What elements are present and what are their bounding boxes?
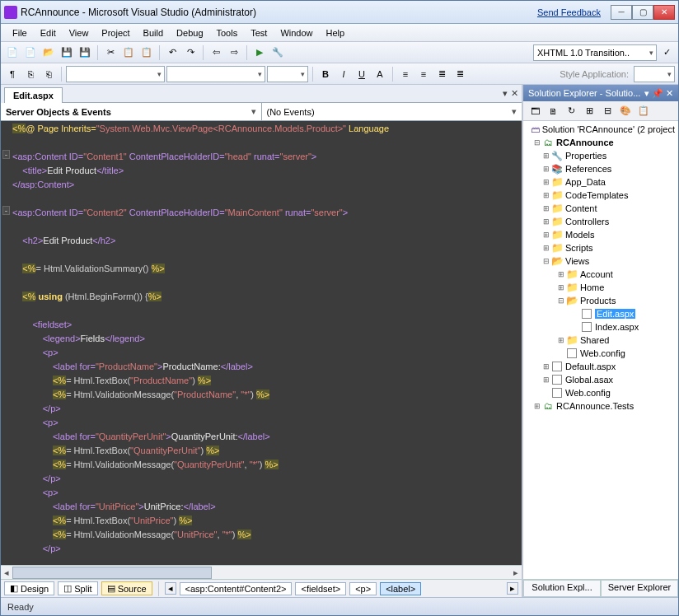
italic-icon[interactable]: I xyxy=(335,66,352,82)
tab-solution-explorer[interactable]: Solution Expl... xyxy=(523,580,601,597)
maximize-button[interactable]: ▢ xyxy=(632,5,653,20)
app-icon xyxy=(4,6,17,19)
folder-icon: 📁 xyxy=(565,268,578,280)
folder-icon: 📁 xyxy=(565,282,578,293)
properties-icon: 🔧 xyxy=(550,150,564,161)
minimize-button[interactable]: ─ xyxy=(611,5,632,20)
cut-icon[interactable]: ✂ xyxy=(102,44,119,61)
add-item-icon[interactable]: 📄 xyxy=(22,44,39,61)
format-icon[interactable]: ¶ xyxy=(4,66,21,82)
nest-icon[interactable]: ⊞ xyxy=(581,103,597,119)
asax-file-icon xyxy=(550,374,564,385)
outline-toggle[interactable]: - xyxy=(2,206,10,215)
tab-edit-aspx[interactable]: Edit.aspx xyxy=(4,87,63,103)
undo-icon[interactable]: ↶ xyxy=(164,44,180,61)
menu-view[interactable]: View xyxy=(63,26,96,40)
open-icon[interactable]: 📂 xyxy=(40,44,57,61)
outline-toggle[interactable]: - xyxy=(2,150,10,159)
comment-icon[interactable]: ⎘ xyxy=(22,66,39,82)
save-icon[interactable]: 💾 xyxy=(59,44,75,61)
menu-window[interactable]: Window xyxy=(274,26,319,40)
breadcrumb[interactable]: <p> xyxy=(349,582,377,595)
folder-icon: 📁 xyxy=(550,216,564,227)
start-debug-icon[interactable]: ▶ xyxy=(251,44,268,61)
menu-test[interactable]: Test xyxy=(244,26,274,40)
folder-icon: 📁 xyxy=(550,203,564,214)
folder-icon: 📁 xyxy=(550,189,564,201)
tab-close-icon[interactable]: ✕ xyxy=(511,88,518,99)
view-code-icon[interactable]: ⊟ xyxy=(599,103,616,119)
folder-icon: 📁 xyxy=(550,242,564,254)
source-view-button[interactable]: ▤ Source xyxy=(101,581,152,595)
close-button[interactable]: ✕ xyxy=(653,5,675,20)
solution-tree[interactable]: 🗃Solution 'RCAnnounce' (2 project ⊟🗂RCAn… xyxy=(523,121,678,579)
design-view-button[interactable]: ◧ Design xyxy=(4,581,54,595)
numlist-icon[interactable]: ≣ xyxy=(452,66,468,82)
menu-project[interactable]: Project xyxy=(95,26,136,40)
menu-tools[interactable]: Tools xyxy=(210,26,245,40)
fontcolor-icon[interactable]: A xyxy=(372,66,388,82)
align-left-icon[interactable]: ≡ xyxy=(397,66,414,82)
pin-icon[interactable]: 📌 xyxy=(652,88,663,99)
menubar: File Edit View Project Build Debug Tools… xyxy=(1,24,678,42)
solution-explorer-title: Solution Explorer - Solutio... ▾ 📌 ✕ xyxy=(523,85,678,101)
nav-fwd-icon[interactable]: ⇨ xyxy=(226,44,242,61)
crumb-nav-right-icon[interactable]: ▸ xyxy=(507,582,518,595)
send-feedback-link[interactable]: Send Feedback xyxy=(537,7,601,17)
menu-file[interactable]: File xyxy=(6,26,34,40)
references-icon: 📚 xyxy=(550,163,564,175)
config-file-icon xyxy=(550,387,564,399)
code-editor[interactable]: <%@ Page Inherits="System.Web.Mvc.ViewPa… xyxy=(1,121,522,565)
panel-close-icon[interactable]: ✕ xyxy=(666,88,673,99)
menu-debug[interactable]: Debug xyxy=(170,26,209,40)
nav-back-icon[interactable]: ⇦ xyxy=(208,44,224,61)
style-app-combo[interactable] xyxy=(634,66,675,82)
save-all-icon[interactable]: 💾 xyxy=(77,44,93,61)
toolbox-icon[interactable]: 🔧 xyxy=(269,44,286,61)
breadcrumb[interactable]: <asp:Content#Content2> xyxy=(180,582,293,595)
folder-icon: 📁 xyxy=(565,334,578,346)
validate-icon[interactable]: ✓ xyxy=(658,44,675,61)
horizontal-scrollbar[interactable]: ◂ ▸ xyxy=(1,565,522,579)
status-text: Ready xyxy=(7,602,34,612)
events-dropdown[interactable]: (No Events) xyxy=(262,103,522,120)
doctype-combo[interactable]: XHTML 1.0 Transition.. xyxy=(533,44,657,61)
folder-icon: 📂 xyxy=(550,255,564,267)
new-project-icon[interactable]: 📄 xyxy=(4,44,21,61)
dropdown-icon[interactable]: ▾ xyxy=(644,88,649,99)
menu-build[interactable]: Build xyxy=(137,26,170,40)
folder-icon: 📁 xyxy=(550,176,564,188)
paste-icon[interactable]: 📋 xyxy=(138,44,155,61)
tab-dropdown-icon[interactable]: ▾ xyxy=(503,88,508,99)
objects-dropdown[interactable]: Server Objects & Events xyxy=(1,103,262,120)
breadcrumb[interactable]: <label> xyxy=(380,582,421,595)
copy-icon[interactable]: 📋 xyxy=(120,44,137,61)
fontsize-combo[interactable] xyxy=(267,66,308,82)
breadcrumb[interactable]: <fieldset> xyxy=(295,582,346,595)
underline-icon[interactable]: U xyxy=(354,66,370,82)
csproj-icon: 🗂 xyxy=(541,137,555,148)
titlebar: RCAnnounce - Microsoft Visual Studio (Ad… xyxy=(1,1,678,24)
document-tabs: Edit.aspx ▾✕ xyxy=(1,85,522,103)
bold-icon[interactable]: B xyxy=(317,66,334,82)
aspx-file-icon xyxy=(580,321,593,333)
block-format-combo[interactable] xyxy=(66,66,165,82)
redo-icon[interactable]: ↷ xyxy=(182,44,199,61)
align-center-icon[interactable]: ≡ xyxy=(415,66,432,82)
font-combo[interactable] xyxy=(166,66,265,82)
folder-icon: 📂 xyxy=(565,295,578,306)
menu-help[interactable]: Help xyxy=(320,26,352,40)
tab-server-explorer[interactable]: Server Explorer xyxy=(601,580,678,597)
uncomment-icon[interactable]: ⎗ xyxy=(40,66,57,82)
toolbar-standard: 📄 📄 📂 💾 💾 ✂ 📋 📋 ↶ ↷ ⇦ ⇨ ▶ 🔧 XHTML 1.0 Tr… xyxy=(1,42,678,63)
crumb-nav-left-icon[interactable]: ◂ xyxy=(165,582,176,595)
properties-icon[interactable]: 🗔 xyxy=(527,103,543,119)
copy-site-icon[interactable]: 📋 xyxy=(635,103,652,119)
menu-edit[interactable]: Edit xyxy=(34,26,63,40)
list-icon[interactable]: ≣ xyxy=(433,66,450,82)
show-all-icon[interactable]: 🗎 xyxy=(545,103,561,119)
refresh-icon[interactable]: ↻ xyxy=(563,103,579,119)
view-designer-icon[interactable]: 🎨 xyxy=(617,103,634,119)
view-bar: ◧ Design ◫ Split ▤ Source ◂ <asp:Content… xyxy=(1,579,522,597)
split-view-button[interactable]: ◫ Split xyxy=(58,581,97,595)
